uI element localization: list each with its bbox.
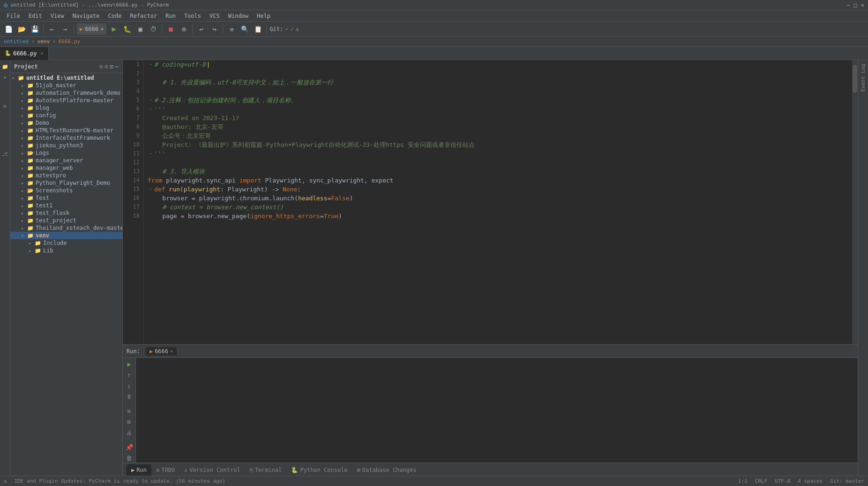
maximize-button[interactable]: □ — [854, 2, 857, 8]
expand-icon[interactable]: ▸ — [20, 196, 25, 201]
indent[interactable]: 4 spaces — [798, 478, 823, 484]
vertical-scrollbar[interactable] — [852, 60, 858, 344]
expand-icon[interactable]: ▸ — [20, 226, 25, 231]
expand-icon[interactable]: ▸ — [20, 211, 25, 216]
tree-jiekou[interactable]: ▸ 📁 jiekou_python3 — [10, 142, 122, 149]
expand-icon[interactable]: ▸ — [20, 113, 25, 118]
fold-btn-15[interactable]: − — [148, 185, 153, 194]
tab-database-changes[interactable]: ⊞ Database Changes — [352, 464, 421, 476]
menu-vcs[interactable]: VCS — [206, 12, 224, 20]
run-pause-btn[interactable]: ⏸ — [124, 392, 135, 402]
fold-btn-1[interactable]: − — [148, 60, 153, 69]
tree-test-project[interactable]: ▸ 📁 test_project — [10, 217, 122, 224]
menu-run[interactable]: Run — [162, 12, 180, 20]
menu-refactor[interactable]: Refactor — [126, 12, 161, 20]
tab-run[interactable]: ▶ Run — [127, 464, 151, 476]
project-expand-icon[interactable]: ⊞ — [110, 63, 113, 70]
menu-code[interactable]: Code — [105, 12, 126, 20]
tab-version-control[interactable]: ↕ Version Control — [180, 464, 245, 476]
tree-screenshots[interactable]: ▸ 📂 Screenshots — [10, 187, 122, 194]
tree-lib[interactable]: ▸ 📁 Lib — [10, 247, 122, 254]
run-trash-btn[interactable]: 🗑 — [124, 453, 135, 463]
tree-include[interactable]: ▸ 📁 Include — [10, 239, 122, 247]
fold-btn-11[interactable]: − — [148, 149, 153, 158]
run-scroll-top-btn[interactable]: ↑ — [124, 371, 135, 380]
tree-mgr-web[interactable]: ▸ 📁 manager_web — [10, 164, 122, 172]
breadcrumb-file[interactable]: 6666.py — [59, 38, 80, 45]
expand-icon[interactable]: ▸ — [20, 98, 25, 103]
tab-python-console[interactable]: 🐍 Python Console — [286, 464, 352, 476]
git-branch[interactable]: Git: master — [830, 478, 864, 484]
undo-btn[interactable]: ↩ — [195, 23, 207, 35]
profile-btn[interactable]: ⏱ — [148, 23, 159, 35]
menu-help[interactable]: Help — [253, 12, 274, 20]
code-content[interactable]: − # coding=utf-8 | # 1. 先设置编码，utf-8可支持中文… — [144, 60, 852, 344]
save-btn[interactable]: 💾 — [29, 23, 40, 35]
tab-6666-py[interactable]: 🐍 6666.py ✕ — [0, 47, 49, 60]
extract-btn[interactable]: ⚒ — [226, 23, 237, 35]
expand-icon[interactable]: ▸ — [20, 143, 25, 148]
structure-icon[interactable]: ≡ — [0, 101, 10, 111]
expand-icon[interactable]: ▸ — [20, 173, 25, 178]
tree-config[interactable]: ▸ 📁 config — [10, 112, 122, 119]
close-button[interactable]: ✕ — [861, 2, 864, 8]
menu-edit[interactable]: Edit — [25, 12, 46, 20]
tab-terminal[interactable]: ⎘ Terminal — [245, 464, 287, 476]
fold-btn-6[interactable]: − — [148, 105, 153, 114]
tree-thailand[interactable]: ▸ 📁 Thailand_xsteach_dev-master — [10, 224, 122, 232]
root-expand-icon[interactable]: ▾ — [10, 76, 16, 81]
minimize-button[interactable]: — — [846, 2, 850, 8]
scrollbar-thumb[interactable] — [853, 65, 857, 93]
expand-icon[interactable]: ▸ — [20, 83, 25, 88]
favorites-icon[interactable]: ★ — [0, 72, 10, 82]
menu-tools[interactable]: Tools — [180, 12, 205, 20]
event-log-btn[interactable]: Event Log — [858, 60, 868, 96]
expand-icon[interactable]: ▸ — [20, 166, 25, 171]
expand-icon[interactable]: ▾ — [20, 233, 25, 238]
menu-window[interactable]: Window — [224, 12, 252, 20]
expand-icon[interactable]: ▸ — [20, 203, 25, 208]
project-settings-icon[interactable]: ⚙ — [99, 63, 103, 70]
tree-blog[interactable]: ▸ 📁 blog — [10, 104, 122, 112]
fold-btn-5[interactable]: − — [148, 96, 153, 105]
forward-btn[interactable]: → — [60, 23, 71, 35]
menu-file[interactable]: File — [3, 12, 24, 20]
tree-playwright-demo[interactable]: ▸ 📁 Python_Playwright_Demo — [10, 179, 122, 187]
expand-icon[interactable]: ▸ — [20, 218, 25, 223]
redo-btn[interactable]: ↪ — [209, 23, 220, 35]
search-btn[interactable]: 🔍 — [239, 23, 250, 35]
expand-icon[interactable]: ▸ — [20, 158, 25, 163]
menu-view[interactable]: View — [47, 12, 68, 20]
run-pin-btn[interactable]: 📌 — [124, 442, 135, 452]
build-btn[interactable]: ⚙ — [178, 23, 189, 35]
tree-test[interactable]: ▸ 📁 Test — [10, 194, 122, 202]
breadcrumb-venv[interactable]: venv — [37, 38, 50, 45]
run-tab-6666[interactable]: ▶ 6666 ✕ — [146, 347, 177, 356]
run-config-selector[interactable]: ▶ 6666 ▾ — [77, 23, 106, 35]
menu-navigate[interactable]: Navigate — [69, 12, 104, 20]
tree-demo[interactable]: ▸ 📁 Demo — [10, 119, 122, 127]
run-tab-close[interactable]: ✕ — [170, 349, 173, 354]
coverage-btn[interactable]: ▣ — [135, 23, 146, 35]
run-scroll-down-btn[interactable]: ↓ — [124, 381, 135, 391]
project-gear-icon[interactable]: ⚙ — [105, 63, 108, 70]
tab-close-btn[interactable]: ✕ — [41, 51, 44, 56]
tree-interface[interactable]: ▸ 📁 InterfaceTestFramework — [10, 134, 122, 142]
tree-root[interactable]: ▾ 📁 untitled E:\untitled — [10, 74, 122, 82]
expand-icon[interactable]: ▸ — [27, 248, 33, 253]
encoding[interactable]: UTF-8 — [775, 478, 790, 484]
run-stop-btn[interactable]: ≡ — [124, 407, 135, 416]
expand-icon[interactable]: ▸ — [20, 188, 25, 193]
tree-test-flask[interactable]: ▸ 📁 test_flask — [10, 209, 122, 217]
expand-icon[interactable]: ▸ — [20, 128, 25, 133]
expand-icon[interactable]: ▸ — [27, 241, 33, 246]
tree-venv[interactable]: ▾ 📁 venv — [10, 232, 122, 239]
expand-icon[interactable]: ▸ — [20, 91, 25, 96]
tree-mgr-server[interactable]: ▸ 📁 manager_server — [10, 157, 122, 164]
new-file-btn[interactable]: 📄 — [3, 23, 14, 35]
run-filter-btn[interactable]: ⊞ — [124, 417, 135, 426]
tree-htmltest[interactable]: ▸ 📁 HTMLTestRunnerCN-master — [10, 127, 122, 134]
line-ending[interactable]: CRLF — [755, 478, 768, 484]
run-button[interactable]: ▶ — [108, 23, 120, 35]
tab-todo[interactable]: ≡ TODO — [151, 464, 180, 476]
